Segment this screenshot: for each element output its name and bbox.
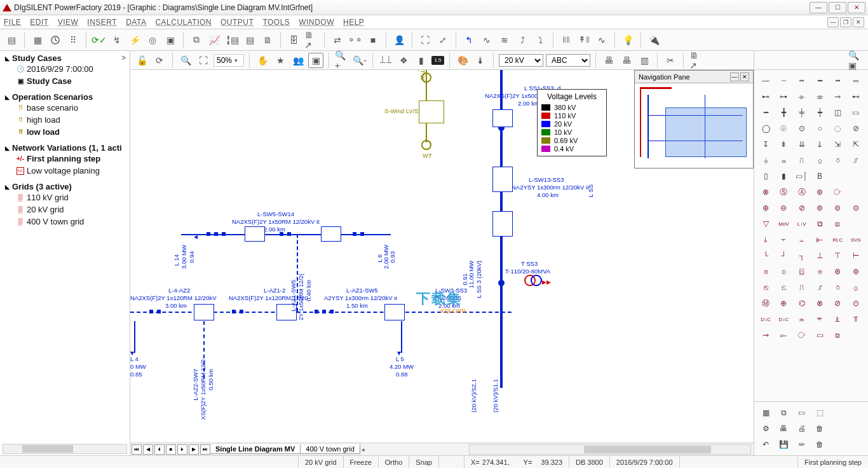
menu-view[interactable]: VIEW (58, 18, 79, 27)
tab-next-button[interactable]: ▶ (189, 444, 199, 455)
toolbar-clock-icon[interactable] (48, 32, 63, 48)
toolbar-doc-icon[interactable]: 🗎 (260, 32, 275, 48)
pal-h4[interactable]: ⊚ (812, 201, 827, 215)
pal-i4[interactable]: ⧉ (812, 217, 827, 231)
pal-k2[interactable]: ┘ (776, 249, 791, 263)
tab-sld-mv[interactable]: Single Line Diagram MV (210, 444, 301, 454)
pal-m4[interactable]: ⎎ (812, 280, 827, 294)
pal-tool9[interactable]: ↶ (758, 437, 773, 451)
pal-k1[interactable]: └ (758, 249, 773, 263)
pal-line3[interactable]: ┅ (794, 74, 810, 88)
pal-s5[interactable]: ⊸ (830, 90, 845, 104)
navigation-pane[interactable]: Navigation Pane —✕ (634, 70, 754, 169)
pal-d5[interactable]: ⇲ (830, 137, 845, 151)
toolbar-break-icon[interactable]: ⚬⚬ (348, 32, 363, 48)
sidebar-item-20kv-grid[interactable]: ▒20 kV grid (5, 203, 125, 216)
sidebar-item-study-case[interactable]: ▣Study Case (5, 75, 125, 87)
pal-n2[interactable]: ⊕ (776, 296, 791, 310)
pal-g4[interactable]: ⊛ (812, 185, 827, 199)
menu-edit[interactable]: EDIT (30, 18, 48, 27)
pal-p2[interactable]: ⟜ (776, 328, 791, 342)
pal-s3[interactable]: ⟛ (794, 90, 810, 104)
pal-line1[interactable]: — (758, 74, 773, 88)
menu-file[interactable]: FILE (4, 18, 21, 27)
zoomin-icon[interactable]: 🔍+ (334, 53, 349, 68)
star-icon[interactable]: ★ (273, 53, 288, 68)
toolbar-script-icon[interactable]: ▣ (163, 32, 178, 48)
pal-h1[interactable]: ⊕ (758, 201, 773, 215)
pal-c4[interactable]: ○ (812, 121, 827, 135)
mark-icon[interactable]: ▣ (308, 53, 323, 68)
pal-f4[interactable]: B (812, 169, 827, 183)
pal-n4[interactable]: ⊗ (812, 296, 827, 310)
toolbar-shc-icon[interactable]: ⚡ (127, 32, 142, 48)
tab-prev-button[interactable]: ◀ (143, 444, 153, 455)
pal-i3[interactable]: L↓V (794, 217, 810, 231)
toolbar-zoomarea-icon[interactable]: ⛶ (417, 32, 433, 48)
section-grids[interactable]: Grids (3 active) (5, 182, 125, 191)
pal-f3[interactable]: ▭│ (794, 169, 810, 183)
pal-n6[interactable]: ⊙ (848, 296, 864, 310)
toolbar-ldf-icon[interactable]: ↯ (109, 32, 125, 48)
minimize-button[interactable]: — (810, 2, 827, 13)
pal-p1[interactable]: ⊸ (758, 328, 773, 342)
tab-last-button[interactable]: ⏭ (200, 444, 210, 455)
pal-n1[interactable]: Ⓜ (758, 296, 773, 310)
toolbar-browser-icon[interactable]: ⧉ (189, 32, 204, 48)
pal-m6[interactable]: ⎐ (848, 280, 864, 294)
pal-k5[interactable]: ⊤ (830, 249, 845, 263)
pal-c3[interactable]: ⊙ (794, 121, 810, 135)
pal-e1[interactable]: ⏚ (758, 153, 773, 167)
voltage-legend[interactable]: Voltage Levels 380 kV 110 kV 20 kV 10 kV… (537, 89, 607, 156)
pal-i1[interactable]: ▽ (758, 217, 773, 231)
pal-tool12[interactable]: 🗑 (812, 437, 827, 451)
mdi-minimize-button[interactable]: — (827, 17, 839, 27)
sidebar-item-base-scenario[interactable]: ⠿base scenario (5, 102, 125, 114)
pal-line6[interactable]: ═ (848, 74, 864, 88)
pal-o5[interactable]: ⫫ (830, 312, 845, 326)
pal-f2[interactable]: ▮ (776, 169, 791, 183)
pal-n5[interactable]: ⊘ (830, 296, 845, 310)
pal-b1[interactable]: ━ (758, 106, 773, 120)
print-icon[interactable]: 🖶 (601, 53, 616, 68)
pal-tool11[interactable]: ✏ (794, 437, 810, 451)
pal-i5[interactable]: ⧇ (830, 217, 845, 231)
toolbar-bulb-icon[interactable]: 💡 (620, 32, 635, 48)
pal-b6[interactable]: ▭ (848, 106, 864, 120)
pal-tool3[interactable]: ▭ (794, 406, 810, 420)
pal-tool10[interactable]: 💾 (776, 437, 791, 451)
menu-window[interactable]: WINDOW (299, 18, 334, 27)
pal-tool2[interactable]: ⧉ (776, 406, 791, 420)
pal-s4[interactable]: ⟚ (812, 90, 827, 104)
tab-400v[interactable]: 400 V town grid (300, 444, 360, 454)
toolbar-curve-icon[interactable]: ⤴ (515, 32, 530, 48)
diagram-canvas[interactable]: S-Wind LV/SS T-20/0.69 T W WT L SS1-SS3_… (130, 70, 754, 443)
lock-icon[interactable]: 🔓 (134, 53, 149, 68)
pal-m1[interactable]: ⎋ (758, 280, 773, 294)
toolbar-verify-icon[interactable]: ⟳✓ (92, 32, 107, 48)
pal-k3[interactable]: ┐ (794, 249, 810, 263)
tab-first-button[interactable]: ⏮ (132, 444, 142, 455)
pal-tool8[interactable]: 🗑 (812, 422, 827, 436)
sidebar-item-low-load[interactable]: ⠿low load (5, 126, 125, 138)
pal-m2[interactable]: ⎌ (776, 280, 791, 294)
pal-h6[interactable]: ⊝ (848, 201, 864, 215)
pal-h5[interactable]: ⊜ (830, 201, 845, 215)
print2-icon[interactable]: 🖶 (619, 53, 634, 68)
status-freeze[interactable]: Freeze (344, 456, 379, 468)
sidebar-item-400v-grid[interactable]: ▒400 V town grid (5, 216, 125, 228)
pal-o4[interactable]: ⫧ (812, 312, 827, 326)
tab-stop-button[interactable]: ■ (166, 444, 176, 455)
pal-p4[interactable]: ▭ (812, 328, 827, 342)
zoom-area-icon[interactable]: ⛶ (196, 53, 211, 68)
pal-line5[interactable]: ╍ (830, 74, 845, 88)
pal-d6[interactable]: ⇱ (848, 137, 864, 151)
pal-d4[interactable]: ⤓ (812, 137, 827, 151)
menu-calculation[interactable]: CALCULATION (155, 18, 212, 27)
pal-tool4[interactable]: ⬚ (812, 406, 827, 420)
pal-k4[interactable]: ⊥ (812, 249, 827, 263)
pal-k6[interactable]: ⊢ (848, 249, 864, 263)
tools-icon[interactable]: ✂ (663, 53, 678, 68)
pal-tool1[interactable]: ▦ (758, 406, 773, 420)
pal-c6[interactable]: ⊘ (848, 121, 864, 135)
